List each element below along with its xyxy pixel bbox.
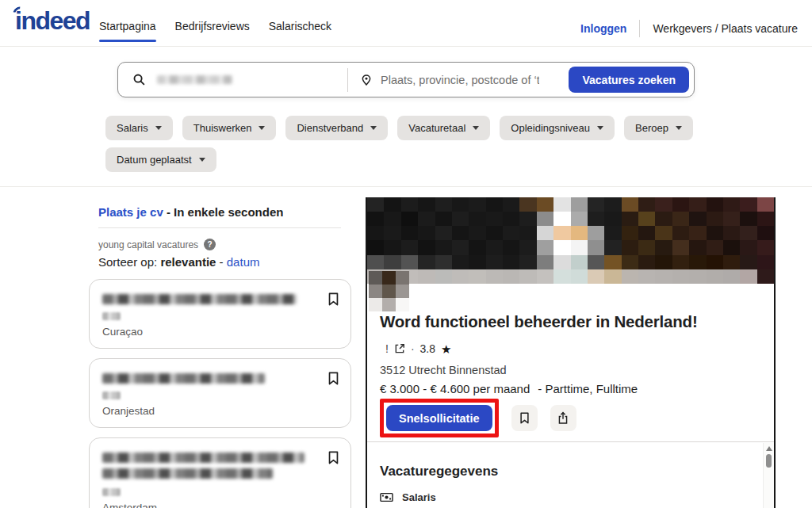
filter-opleidingsniveau[interactable]: Opleidingsniveau [500,116,615,140]
bookmark-icon[interactable] [327,450,340,465]
nav-right: Inloggen Werkgevers / Plaats vacature [580,20,798,37]
job-detail-salary: € 3.000 - € 4.600 per maand- Parttime, F… [380,382,761,395]
nav-divider [639,20,640,37]
top-navigation: indeed Startpagina Bedrijfsreviews Salar… [0,0,812,47]
filter-dienstverband[interactable]: Dienstverband [285,116,388,140]
indeed-logo[interactable]: indeed [15,6,90,36]
job-detail-panel: Word functioneel beheerder in Nederland!… [366,197,776,508]
location-pin-icon [360,73,373,87]
filter-datum-geplaatst[interactable]: Datum geplaatst [105,147,216,172]
company-name-redacted [102,312,121,320]
highlight-rectangle: Snelsollicitatie [380,399,499,437]
job-title-redacted [102,453,304,463]
filter-row-1: Salaris Thuiswerken Dienstverband Vacatu… [105,116,693,140]
query-label: young capital vacatures [98,239,198,250]
indeed-search-results-page: indeed Startpagina Bedrijfsreviews Salar… [0,0,812,508]
job-card-1[interactable]: Curaçao [89,279,351,349]
nav-item-bedrijfsreviews[interactable]: Bedrijfsreviews [175,20,250,44]
filter-vacaturetaal[interactable]: Vacaturetaal [397,116,490,140]
job-results-list: Curaçao Oranjestad Amsterdam [89,279,351,508]
share-icon [557,411,569,425]
upload-cv-line: Plaats je cv - In enkele seconden [98,205,283,219]
bookmark-icon[interactable] [327,292,340,307]
scrollbar-thumb[interactable] [766,454,772,468]
job-detail-header: Word functioneel beheerder in Nederland!… [367,284,774,437]
search-bar: Vacatures zoeken [117,62,695,97]
sort-datum[interactable]: datum [227,255,260,269]
job-detail-location: 3512 Utrecht Binnenstad [380,364,761,376]
nav-item-startpagina[interactable]: Startpagina [99,20,156,44]
chevron-down-icon [676,126,682,130]
bookmark-icon [519,411,530,425]
job-header-image [367,197,774,284]
employers-link[interactable]: Werkgevers / Plaats vacature [653,22,798,35]
job-title-redacted [102,468,273,479]
keyword-field[interactable] [118,73,347,86]
job-title-redacted [102,373,265,384]
section-title: Vacaturegegevens [380,464,761,479]
job-location: Curaçao [102,326,338,338]
company-name-redacted [102,392,121,399]
chevron-down-icon [370,126,377,130]
location-input[interactable] [381,74,539,86]
vacature-details-section: Vacaturegegevens Salaris [367,442,774,503]
job-location: Amsterdam [102,502,338,508]
snelsollicitatie-button[interactable]: Snelsollicitatie [386,405,492,431]
sort-controls: Sorteer op: relevantie - datum [98,255,259,269]
company-logo-image [369,271,409,311]
salaris-row: Salaris [380,491,761,503]
login-link[interactable]: Inloggen [580,22,626,35]
external-link-icon[interactable] [394,343,405,354]
salary-range: € 3.000 - € 4.600 per maand [380,382,530,395]
sort-label: Sorteer op: [98,255,160,269]
job-detail-scroll-area: Vacaturegegevens Salaris [367,441,774,508]
job-card-2[interactable]: Oranjestad [89,358,351,428]
rating-value: 3.8 [420,342,435,355]
filter-beroep[interactable]: Beroep [624,116,693,140]
company-name-redacted [102,488,121,496]
cv-divider [98,227,341,228]
salaris-label: Salaris [402,491,436,503]
sort-relevantie[interactable]: relevantie [160,255,216,269]
chevron-down-icon [259,126,265,130]
help-icon[interactable]: ? [204,239,216,250]
job-types: - Parttime, Fulltime [538,382,638,395]
company-note: ! [385,342,389,355]
chevron-down-icon [155,126,162,130]
job-location: Oranjestad [102,405,338,417]
keyword-value-redacted [157,75,232,84]
chevron-down-icon [597,126,603,130]
filter-thuiswerken[interactable]: Thuiswerken [182,116,277,140]
apply-row: Snelsollicitatie [380,399,761,437]
nav-item-salarischeck[interactable]: Salarischeck [269,20,331,44]
banknote-icon [380,492,393,502]
upload-cv-suffix: - In enkele seconden [163,205,284,219]
filter-row-2: Datum geplaatst [105,147,216,172]
detail-scrollbar[interactable] [763,443,774,508]
filter-salaris[interactable]: Salaris [105,116,173,140]
scroll-up-arrow-icon[interactable] [766,446,772,451]
chevron-down-icon [473,126,479,130]
section-divider [0,186,812,187]
main-nav: Startpagina Bedrijfsreviews Salarischeck [99,20,331,44]
query-summary: young capital vacatures ? [98,239,216,250]
job-card-3[interactable]: Amsterdam [89,437,351,508]
share-button[interactable] [550,405,576,431]
job-detail-title: Word functioneel beheerder in Nederland! [380,312,761,331]
rating-separator: · [411,342,415,355]
bookmark-icon[interactable] [327,371,340,386]
search-icon [132,73,146,86]
job-title-redacted [102,294,297,304]
find-jobs-button[interactable]: Vacatures zoeken [569,67,689,93]
chevron-down-icon [199,158,205,162]
upload-cv-link[interactable]: Plaats je cv [98,205,163,219]
company-rating-row: ! · 3.8 ★ [380,342,761,355]
save-job-button[interactable] [511,405,538,431]
star-icon: ★ [441,343,451,355]
